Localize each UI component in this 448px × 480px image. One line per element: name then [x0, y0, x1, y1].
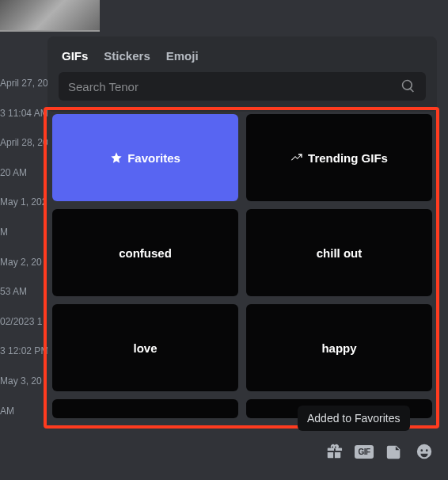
gift-button[interactable] — [325, 442, 344, 461]
tile-label: Trending GIFs — [308, 151, 388, 165]
gif-label: GIF — [355, 445, 373, 459]
tile-label: Favorites — [127, 151, 180, 165]
timestamp: 02/2023 1 — [0, 316, 47, 329]
message-timestamps: April 27, 20 3 11:04 AM April 28, 20 20 … — [0, 78, 47, 417]
sticker-icon — [385, 443, 403, 460]
sticker-button[interactable] — [385, 442, 404, 461]
tile-confused[interactable]: confused — [52, 209, 238, 296]
emoji-button[interactable] — [415, 442, 434, 461]
search-icon — [401, 78, 416, 94]
timestamp: April 27, 20 — [0, 78, 47, 90]
tile-chill-out[interactable]: chill out — [246, 209, 432, 296]
message-input-toolbar: GIF — [325, 442, 434, 461]
timestamp: May 3, 20 — [0, 375, 47, 388]
star-icon — [110, 151, 123, 164]
tile-trending[interactable]: Trending GIFs — [246, 114, 432, 201]
tab-gifs[interactable]: GIFs — [62, 49, 88, 63]
timestamp: 3 11:04 AM — [0, 108, 47, 120]
tab-emoji[interactable]: Emoji — [166, 49, 199, 63]
tile-label: chill out — [317, 246, 363, 260]
timestamp: M — [0, 227, 47, 239]
search-bar[interactable] — [59, 72, 426, 101]
emoji-icon — [416, 443, 433, 460]
image-attachment-thumbnail[interactable] — [0, 0, 100, 32]
tile-love[interactable]: love — [52, 304, 238, 391]
tile-label: confused — [119, 246, 172, 260]
gif-category-grid: Favorites Trending GIFs confused chill o… — [52, 114, 432, 418]
gif-button[interactable]: GIF — [355, 442, 374, 461]
tile-label: love — [133, 341, 157, 355]
timestamp: 20 AM — [0, 167, 47, 180]
tile-happy[interactable]: happy — [246, 304, 432, 391]
timestamp: 3 12:02 PM — [0, 345, 47, 358]
gift-icon — [325, 443, 343, 460]
timestamp: 53 AM — [0, 286, 47, 299]
toast-text: Added to Favorites — [307, 412, 401, 425]
tile-label: happy — [321, 341, 356, 355]
gif-picker-panel: GIFs Stickers Emoji — [47, 36, 437, 112]
tab-stickers[interactable]: Stickers — [104, 49, 150, 63]
toast-added-to-favorites: Added to Favorites — [298, 406, 410, 431]
timestamp: May 2, 20 — [0, 257, 47, 269]
tile-partial[interactable] — [52, 399, 238, 418]
timestamp: May 1, 202 — [0, 196, 47, 209]
trending-up-icon — [290, 151, 303, 164]
search-input[interactable] — [68, 80, 401, 93]
picker-tabs: GIFs Stickers Emoji — [59, 46, 426, 72]
timestamp: April 28, 20 — [0, 137, 47, 150]
timestamp: AM — [0, 406, 47, 418]
tile-favorites[interactable]: Favorites — [52, 114, 238, 201]
